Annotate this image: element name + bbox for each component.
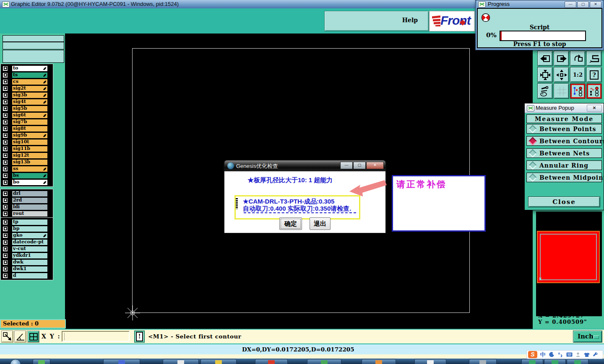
taskbar-app-button[interactable] [103,359,140,364]
moon-icon[interactable] [548,351,555,358]
dialog-close-button[interactable]: ✕ [366,162,384,169]
layer-row[interactable]: v-cut [1,245,53,252]
layer-name[interactable]: datecode-pt [12,239,48,245]
layer-row[interactable]: ldi [1,204,53,210]
navigator-view-rect[interactable]: x [537,231,600,283]
angle-measure-button[interactable] [14,330,26,343]
layer-name[interactable]: sig6t [12,112,48,119]
layer-name[interactable]: bs [12,173,48,179]
layer-row[interactable]: ss [1,165,53,172]
layer-row[interactable]: drl [1,190,53,197]
pan-view-button[interactable] [554,67,569,83]
layer-visibility-checkbox[interactable] [3,66,8,71]
layer-slot-box-bottom[interactable] [3,50,64,63]
layer-visibility-checkbox[interactable] [3,219,8,225]
taskbar-app-button[interactable] [33,359,50,364]
layer-name[interactable]: ts [12,72,48,78]
layer-name[interactable]: dwk [12,259,48,266]
layer-row[interactable]: ts [1,72,53,78]
layer-name[interactable]: sig10t [12,139,48,145]
dialog-maximize-button[interactable]: ▢ [353,162,366,169]
layer-row[interactable]: bs [1,172,53,179]
layer-name[interactable]: sig3b [12,92,48,98]
net-highlight-button[interactable] [570,83,586,99]
layer-visibility-checkbox[interactable] [3,153,8,158]
layer-visibility-checkbox[interactable] [3,198,8,203]
previous-view-button[interactable] [570,51,586,66]
layer-visibility-checkbox[interactable] [3,240,8,245]
taskbar-app-button[interactable] [544,359,566,364]
layer-visibility-checkbox[interactable] [3,72,8,78]
taskbar-app-button[interactable] [362,359,396,364]
keyboard-icon[interactable] [566,351,573,358]
layer-slot-row[interactable] [3,36,64,42]
layer-row[interactable]: gko [1,232,53,239]
layer-slot-box-top[interactable] [3,35,64,49]
layer-name[interactable]: ss [12,166,48,172]
layer-name[interactable]: 2rd [12,197,48,204]
layer-row[interactable]: sig7b [1,119,53,125]
progress-title-bar[interactable]: Progress — ▢ ✕ [477,0,602,8]
layer-visibility-checkbox[interactable] [3,246,8,252]
minimize-button[interactable]: — [565,1,576,8]
layer-visibility-checkbox[interactable] [3,93,8,98]
layer-visibility-checkbox[interactable] [3,266,8,272]
tools-setup-button[interactable] [537,83,553,99]
help-menu[interactable]: Help [402,17,418,23]
zoom-ratio-button[interactable]: 1:2 [570,67,586,83]
measure-option-between-contours[interactable]: Between Contours [526,136,602,146]
close-button[interactable]: ✕ [590,1,601,8]
layer-visibility-checkbox[interactable] [3,106,8,111]
skin-tshirt-icon[interactable] [583,351,590,358]
layer-name[interactable]: sig9b [12,132,48,139]
fit-view-button[interactable] [537,67,553,83]
layer-visibility-checkbox[interactable] [3,273,8,279]
layer-name[interactable]: bp [12,226,48,232]
layer-visibility-checkbox[interactable] [3,253,8,258]
measure-title-bar[interactable]: Measure Popup ✕ [525,103,604,113]
ok-button[interactable]: 确定 [279,217,302,230]
zoom-out-view-button[interactable] [537,51,553,66]
ime-chinese-icon[interactable]: 中 [539,351,546,358]
layer-visibility-checkbox[interactable] [3,79,8,85]
layer-row[interactable]: datecode-pt [1,239,53,245]
layer-visibility-checkbox[interactable] [3,211,8,217]
layer-visibility-checkbox[interactable] [3,233,8,238]
layer-name[interactable]: ldi [12,204,48,210]
sogou-logo-icon[interactable]: S [528,351,537,358]
layer-row[interactable]: cs [1,78,53,85]
dialog-title-bar[interactable]: Genesis优化检查 — ▢ ✕ [224,160,385,171]
layer-name[interactable]: sig2t [12,85,48,92]
layer-visibility-checkbox[interactable] [3,260,8,265]
layer-visibility-checkbox[interactable] [3,180,8,185]
serpentine-view-button[interactable] [586,51,602,66]
layer-name[interactable]: bo [12,179,48,186]
layer-name[interactable]: sig7b [12,119,48,125]
layer-name[interactable]: sig11b [12,146,48,152]
layer-row[interactable]: sig4t [1,98,53,105]
layer-visibility-checkbox[interactable] [3,226,8,232]
layer-visibility-checkbox[interactable] [3,173,8,178]
layer-row[interactable]: sig11b [1,145,53,152]
start-orb[interactable] [10,359,21,364]
grid-toggle-button[interactable] [554,83,569,99]
layer-name[interactable]: sig13b [12,159,48,165]
zoom-in-view-button[interactable] [554,51,569,66]
layer-name[interactable]: d [12,273,48,279]
measure-close-button[interactable]: Close [528,196,600,207]
taskbar-app-button[interactable] [414,359,446,364]
alert-button[interactable]: ! [134,330,145,343]
net-highlight-alt-button[interactable] [586,83,602,99]
units-dropdown[interactable]: Inch [573,330,602,343]
taskbar-app-button[interactable] [163,359,199,364]
layer-row[interactable]: sig10t [1,139,53,145]
coordinate-input[interactable] [62,331,130,342]
layer-name[interactable]: to [12,65,48,72]
layer-visibility-checkbox[interactable] [3,204,8,210]
layer-name[interactable]: sig8t [12,126,48,132]
layer-row[interactable]: bo [1,179,53,186]
measure-option-between-points[interactable]: Between Points [526,124,602,134]
layer-row[interactable]: rout [1,210,53,217]
maximize-button[interactable]: ▢ [577,1,589,8]
measure-close-icon[interactable]: ✕ [587,105,602,112]
